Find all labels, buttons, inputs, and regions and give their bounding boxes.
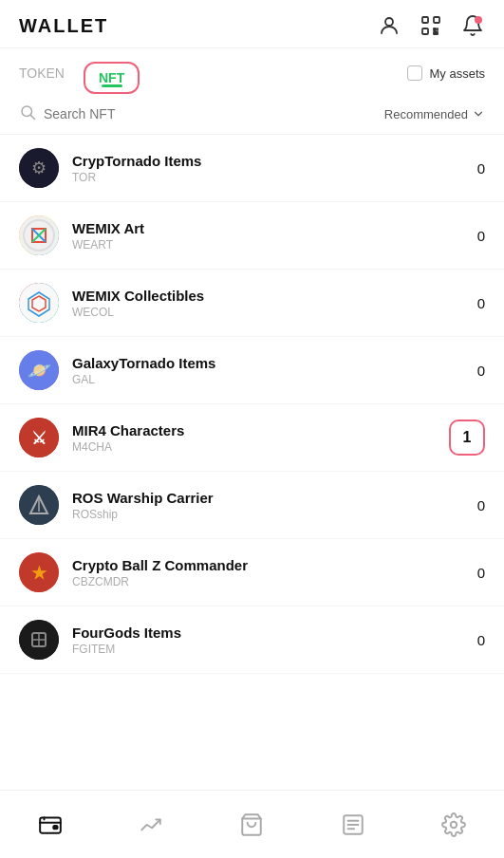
my-assets-area: My assets [407,65,485,90]
nft-count: 0 [477,160,485,177]
list-item[interactable]: ROS Warship Carrier ROSship 0 [0,472,504,539]
nft-symbol: ROSship [72,508,477,521]
nft-count: 0 [477,295,485,311]
nft-avatar: 🪐 [19,350,59,390]
wallet-icon [38,812,63,837]
nav-item-shop[interactable] [224,807,279,843]
list-item[interactable]: ★ Crypto Ball Z Commander CBZCMDR 0 [0,539,504,606]
nft-count: 0 [477,632,485,648]
nft-info: WEMIX Collectibles WECOL [72,288,477,319]
settings-icon [441,812,466,837]
svg-text:⚙: ⚙ [31,159,47,177]
nft-avatar: ⚙ [19,148,59,188]
nav-item-chart[interactable] [123,807,178,843]
svg-rect-2 [434,17,439,23]
nft-name: WEMIX Art [72,220,477,236]
nft-info: CrypTornado Items TOR [72,153,477,184]
tab-nft-wrapper: NFT [84,62,140,94]
svg-point-34 [451,821,457,828]
nft-symbol: WECOL [72,306,477,319]
nav-item-settings[interactable] [426,807,481,843]
nft-name: Crypto Ball Z Commander [72,557,477,573]
nft-count-highlighted: 1 [449,420,485,456]
search-left [19,103,196,124]
header: WALLET [0,0,504,48]
nft-name: GalaxyTornado Items [72,355,477,371]
nft-name: MIR4 Characters [72,422,449,438]
my-assets-checkbox[interactable] [407,65,422,81]
nft-symbol: WEART [72,238,477,252]
nft-avatar [19,283,59,323]
nft-info: FourGods Items FGITEM [72,625,477,656]
svg-line-6 [30,115,34,119]
nft-info: Crypto Ball Z Commander CBZCMDR [72,557,477,588]
search-bar: Recommended [0,94,504,135]
nft-symbol: TOR [72,171,477,184]
tab-bar: TOKEN NFT My assets [0,48,504,94]
shop-icon [239,812,264,837]
svg-rect-3 [422,28,428,34]
nft-name: CrypTornado Items [72,153,477,169]
svg-point-0 [385,18,393,26]
tab-token[interactable]: TOKEN [19,65,65,90]
nft-avatar [19,485,59,525]
nft-info: GalaxyTornado Items GAL [72,355,477,386]
svg-text:🪐: 🪐 [28,359,51,382]
app-logo: WALLET [19,15,108,37]
list-item[interactable]: WEMIX Collectibles WECOL 0 [0,270,504,337]
nft-symbol: GAL [72,373,477,386]
header-icons [377,13,485,38]
list-item[interactable]: FourGods Items FGITEM 0 [0,606,504,674]
svg-rect-1 [422,17,428,23]
nft-info: MIR4 Characters M4CHA [72,422,449,454]
my-assets-label[interactable]: My assets [429,66,485,81]
nft-info: WEMIX Art WEART [72,220,477,252]
nav-item-list[interactable] [326,807,381,843]
nft-symbol: FGITEM [72,643,477,656]
list-item[interactable]: ⚙ CrypTornado Items TOR 0 [0,135,504,202]
nav-item-wallet[interactable] [23,807,78,843]
nft-count: 0 [477,565,485,581]
chart-icon [139,812,163,837]
sort-button[interactable]: Recommended [384,107,485,121]
nft-name: FourGods Items [72,625,477,641]
nft-count: 0 [477,363,485,379]
list-item[interactable]: ⚔ MIR4 Characters M4CHA 1 [0,404,504,472]
tab-nft[interactable]: NFT [84,62,140,94]
svg-text:⚔: ⚔ [31,429,47,448]
bottom-nav [0,790,504,858]
search-icon [19,103,36,124]
nft-name: WEMIX Collectibles [72,288,477,304]
nft-list: ⚙ CrypTornado Items TOR 0 WEMIX Art WEAR… [0,135,504,674]
list-item[interactable]: WEMIX Art WEART 0 [0,202,504,270]
nft-count: 0 [477,497,485,513]
nft-count: 0 [477,228,485,244]
nft-avatar: ★ [19,552,59,592]
svg-text:★: ★ [31,564,47,583]
sort-label: Recommended [384,107,468,121]
nft-info: ROS Warship Carrier ROSship [72,490,477,521]
nft-name: ROS Warship Carrier [72,490,477,506]
profile-icon[interactable] [377,13,401,38]
svg-point-4 [475,16,482,24]
nft-avatar [19,215,59,255]
nft-avatar: ⚔ [19,418,59,457]
nft-symbol: M4CHA [72,440,449,454]
nft-symbol: CBZCMDR [72,575,477,588]
search-input[interactable] [44,106,196,121]
nft-avatar [19,620,59,660]
svg-rect-28 [53,826,57,829]
list-icon [341,812,365,837]
scan-icon[interactable] [419,13,443,38]
bell-icon[interactable] [460,13,485,38]
list-item[interactable]: 🪐 GalaxyTornado Items GAL 0 [0,337,504,404]
